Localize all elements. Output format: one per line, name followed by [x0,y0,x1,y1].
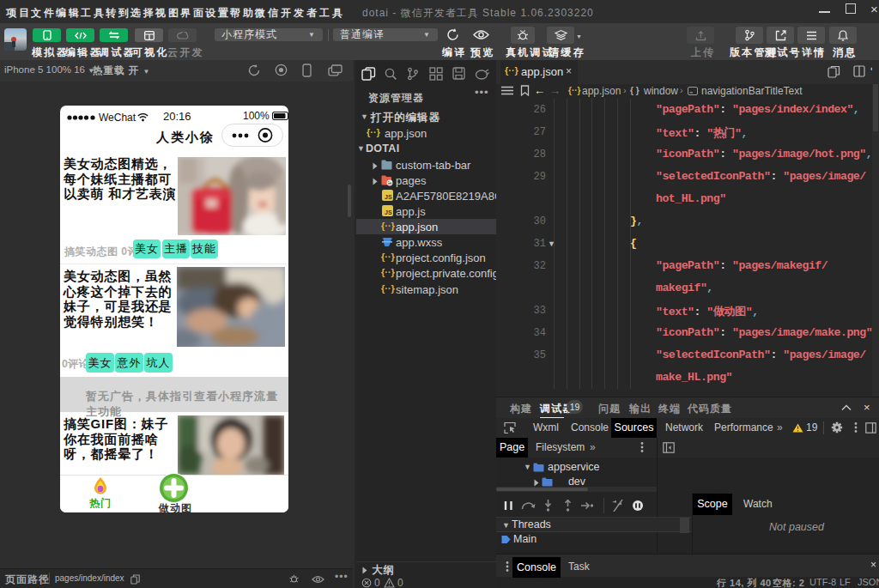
svg-text:JS: JS [385,193,392,199]
svg-text:JS: JS [385,209,392,215]
